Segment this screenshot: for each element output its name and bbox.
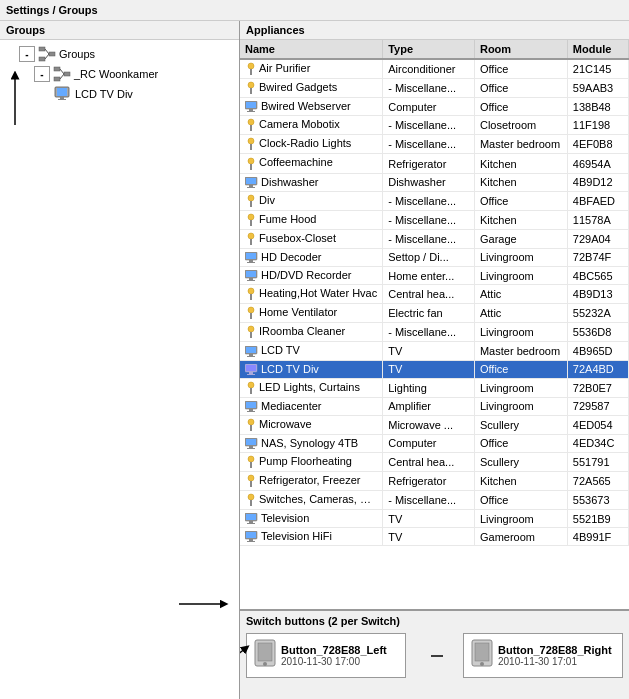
svg-point-66 — [248, 419, 254, 425]
cell-module: 553673 — [567, 491, 628, 510]
table-row[interactable]: Home VentilatorElectric fanAttic55232A — [240, 304, 629, 323]
appliances-table-wrapper[interactable]: Name Type Room Module Air PurifierAircon… — [240, 40, 629, 609]
table-row[interactable]: LED Lights, CurtainsLightingLivingroom72… — [240, 378, 629, 397]
table-row[interactable]: DishwasherDishwasherKitchen4B9D12 — [240, 173, 629, 191]
cell-name: LCD TV — [240, 342, 383, 360]
svg-rect-65 — [247, 411, 255, 412]
svg-rect-30 — [249, 185, 253, 187]
tree-toggle-rc-woonkamer[interactable]: - — [34, 66, 50, 82]
table-row[interactable]: TelevisionTVLivingroom5521B9 — [240, 510, 629, 528]
svg-rect-29 — [246, 178, 256, 184]
cell-type: - Miscellane... — [383, 116, 475, 135]
cell-name: Fusebox-Closet — [240, 229, 383, 248]
switch-button-right[interactable]: Button_728E88_Right 2010-11-30 17:01 — [463, 633, 623, 678]
svg-point-72 — [248, 456, 254, 462]
cell-room: Office — [474, 491, 567, 510]
bottom-panel-title: Switch buttons (2 per Switch) — [246, 615, 623, 627]
cell-module: 59AAB3 — [567, 79, 628, 98]
table-row[interactable]: Camera Mobotix- Miscellane...Closetroom1… — [240, 116, 629, 135]
cell-name: Coffeemachine — [240, 154, 383, 173]
svg-rect-71 — [247, 448, 255, 449]
table-row[interactable]: Pump FloorheatingCentral hea...Scullery5… — [240, 452, 629, 471]
table-row[interactable]: LCD TVTVMaster bedroom4B965D — [240, 342, 629, 360]
svg-point-16 — [248, 82, 254, 88]
table-row[interactable]: CoffeemachineRefrigeratorKitchen46954A — [240, 154, 629, 173]
svg-rect-51 — [250, 332, 252, 338]
svg-rect-47 — [250, 294, 252, 300]
svg-rect-59 — [247, 374, 255, 375]
tree-label-groups: Groups — [59, 48, 95, 60]
cell-room: Livingroom — [474, 397, 567, 415]
cell-room: Livingroom — [474, 323, 567, 342]
col-room: Room — [474, 40, 567, 59]
switch-left-info: Button_728E88_Left 2010-11-30 17:00 — [281, 644, 387, 667]
cell-module: 11F198 — [567, 116, 628, 135]
cell-name: IRoomba Cleaner — [240, 323, 383, 342]
bottom-panel: Switch buttons (2 per Switch) — [240, 609, 629, 699]
table-row[interactable]: HD DecoderSettop / Di...Livingroom72B74F — [240, 248, 629, 266]
table-row[interactable]: Fusebox-Closet- Miscellane...Garage729A0… — [240, 229, 629, 248]
cell-module: 72A4BD — [567, 360, 628, 378]
table-row[interactable]: HD/DVD RecorderHome enter...Livingroom4B… — [240, 267, 629, 285]
table-row[interactable]: Air PurifierAirconditionerOffice21C145 — [240, 59, 629, 79]
table-row[interactable]: MediacenterAmplifierLivingroom729587 — [240, 397, 629, 415]
svg-rect-43 — [246, 271, 256, 277]
table-row[interactable]: LCD TV DivTVOffice72A4BD — [240, 360, 629, 378]
tree-node-rc-woonkamer[interactable]: - _RC Woonkamer — [34, 64, 235, 84]
svg-rect-37 — [250, 239, 252, 245]
svg-rect-54 — [249, 354, 253, 356]
cell-type: - Miscellane... — [383, 79, 475, 98]
svg-rect-58 — [249, 372, 253, 374]
svg-rect-21 — [247, 111, 255, 112]
svg-rect-55 — [247, 356, 255, 357]
table-row[interactable]: Heating,Hot Water HvacCentral hea...Atti… — [240, 285, 629, 304]
svg-rect-83 — [246, 532, 256, 538]
cell-module: 72A565 — [567, 472, 628, 491]
tree-node-groups[interactable]: - Groups — [19, 44, 235, 64]
table-row[interactable]: IRoomba Cleaner- Miscellane...Livingroom… — [240, 323, 629, 342]
cell-name: Fume Hood — [240, 210, 383, 229]
cell-name: Pump Floorheating — [240, 452, 383, 471]
switch-left-icon — [253, 638, 277, 673]
svg-rect-19 — [246, 102, 256, 108]
svg-rect-33 — [250, 201, 252, 207]
cell-type: Home enter... — [383, 267, 475, 285]
svg-rect-80 — [249, 521, 253, 523]
cell-name: Television HiFi — [240, 528, 383, 546]
cell-module: 138B48 — [567, 98, 628, 116]
table-row[interactable]: Bwired Gadgets- Miscellane...Office59AAB… — [240, 79, 629, 98]
table-row[interactable]: MicrowaveMicrowave ...Scullery4ED054 — [240, 415, 629, 434]
cell-room: Closetroom — [474, 116, 567, 135]
cell-module: 551791 — [567, 452, 628, 471]
table-row[interactable]: Switches, Cameras, Voip- Miscellane...Of… — [240, 491, 629, 510]
table-row[interactable]: Television HiFiTVGameroom4B991F — [240, 528, 629, 546]
svg-point-24 — [248, 138, 254, 144]
svg-point-36 — [248, 233, 254, 239]
table-row[interactable]: Fume Hood- Miscellane...Kitchen11578A — [240, 210, 629, 229]
cell-room: Office — [474, 434, 567, 452]
appliances-table: Name Type Room Module Air PurifierAircon… — [240, 40, 629, 546]
tree-node-lcd-tv-div[interactable]: LCD TV Div — [54, 84, 235, 104]
cell-type: Settop / Di... — [383, 248, 475, 266]
cell-module: 4ED34C — [567, 434, 628, 452]
arrow-indicator-left — [0, 55, 30, 135]
svg-point-50 — [248, 326, 254, 332]
switch-right-info: Button_728E88_Right 2010-11-30 17:01 — [498, 644, 612, 667]
cell-name: LED Lights, Curtains — [240, 378, 383, 397]
svg-rect-73 — [250, 462, 252, 468]
cell-type: Refrigerator — [383, 472, 475, 491]
svg-rect-44 — [249, 278, 253, 280]
switch-button-left[interactable]: Button_728E88_Left 2010-11-30 17:00 — [246, 633, 406, 678]
svg-line-8 — [60, 69, 64, 74]
switch-left-name: Button_728E88_Left — [281, 644, 387, 656]
table-row[interactable]: Clock-Radio Lights- Miscellane...Master … — [240, 135, 629, 154]
table-row[interactable]: Refrigerator, FreezerRefrigeratorKitchen… — [240, 472, 629, 491]
cell-type: Central hea... — [383, 452, 475, 471]
cell-name: Switches, Cameras, Voip — [240, 491, 383, 510]
table-row[interactable]: Bwired WebserverComputerOffice138B48 — [240, 98, 629, 116]
table-row[interactable]: Div- Miscellane...Office4BFAED — [240, 191, 629, 210]
cell-type: - Miscellane... — [383, 229, 475, 248]
svg-rect-40 — [249, 260, 253, 262]
table-row[interactable]: NAS, Synology 4TBComputerOffice4ED34C — [240, 434, 629, 452]
cell-name: LCD TV Div — [240, 360, 383, 378]
